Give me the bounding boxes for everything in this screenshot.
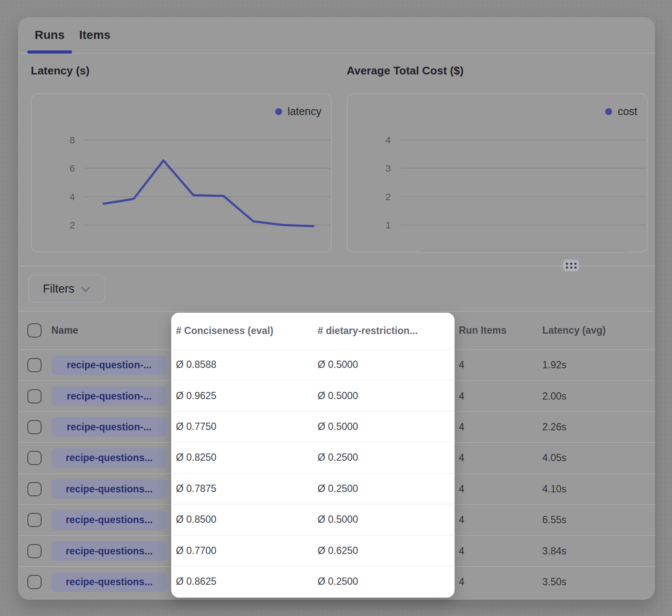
spotlight-row: Ø 0.8500 Ø 0.5000 <box>171 504 455 535</box>
run-name-pill[interactable]: recipe-questions... <box>51 479 167 499</box>
conciseness-cell: Ø 0.9625 <box>171 390 313 402</box>
row-checkbox[interactable] <box>27 482 42 496</box>
active-tab-indicator <box>27 50 72 53</box>
row-checkbox[interactable] <box>27 420 42 434</box>
conciseness-cell: Ø 0.7875 <box>171 483 313 495</box>
latency-cell: 3.84s <box>538 545 655 557</box>
spotlight-row: Ø 0.7750 Ø 0.5000 <box>171 412 455 442</box>
spotlight-row: Ø 0.7875 Ø 0.2500 <box>171 474 455 504</box>
conciseness-cell: Ø 0.8625 <box>171 576 313 587</box>
header-run-items: Run Items <box>455 325 538 336</box>
filters-button[interactable]: Filters <box>28 275 105 303</box>
row-checkbox[interactable] <box>27 451 42 465</box>
resize-handle[interactable] <box>563 260 579 271</box>
run-name-pill[interactable]: recipe-questions... <box>51 541 167 561</box>
conciseness-cell: Ø 0.8500 <box>171 514 313 525</box>
tab-items-label: Items <box>79 28 110 42</box>
svg-text:4: 4 <box>386 135 391 145</box>
latency-legend: latency <box>275 105 321 118</box>
dietary-cell: Ø 0.2500 <box>313 452 455 463</box>
svg-text:2: 2 <box>70 220 75 231</box>
section-divider <box>18 266 655 266</box>
latency-cell: 2.00s <box>538 391 655 402</box>
latency-chart: 8642 latency <box>31 93 332 252</box>
row-checkbox[interactable] <box>27 389 42 403</box>
header-dietary-restriction: # dietary-restriction... <box>313 325 455 337</box>
run-name-pill[interactable]: recipe-questions... <box>51 572 167 592</box>
spotlight-row: Ø 0.7700 Ø 0.6250 <box>171 535 455 566</box>
svg-text:4: 4 <box>70 192 75 202</box>
dietary-cell: Ø 0.5000 <box>313 390 455 402</box>
latency-cell: 1.92s <box>538 359 655 371</box>
spotlight-row: Ø 0.8250 Ø 0.2500 <box>171 442 455 473</box>
header-name: Name <box>51 325 171 336</box>
run-items-cell: 4 <box>455 483 538 495</box>
svg-text:2: 2 <box>386 192 391 202</box>
dietary-cell: Ø 0.5000 <box>313 421 455 432</box>
latency-legend-label: latency <box>288 105 321 118</box>
run-items-cell: 4 <box>455 514 538 526</box>
dietary-cell: Ø 0.2500 <box>313 576 455 587</box>
spotlight-body: Ø 0.8588 Ø 0.5000 Ø 0.9625 Ø 0.5000 Ø 0.… <box>171 349 455 597</box>
run-name-pill[interactable]: recipe-questions... <box>51 448 167 468</box>
cost-chart-title: Average Total Cost ($) <box>347 64 648 77</box>
spotlight-row: Ø 0.8625 Ø 0.2500 <box>171 566 455 597</box>
svg-text:8: 8 <box>70 135 75 145</box>
dietary-cell: Ø 0.2500 <box>313 483 455 495</box>
cost-chart-svg: 4321 <box>348 94 648 252</box>
conciseness-cell: Ø 0.7750 <box>171 421 313 432</box>
header-conciseness: # Conciseness (eval) <box>171 325 313 337</box>
row-checkbox[interactable] <box>27 544 42 558</box>
tab-runs[interactable]: Runs <box>27 17 72 53</box>
run-items-cell: 4 <box>455 576 538 588</box>
highlighted-columns-overlay: # Conciseness (eval) # dietary-restricti… <box>171 313 455 598</box>
cost-legend-label: cost <box>618 105 637 118</box>
select-all-checkbox[interactable] <box>27 323 42 338</box>
conciseness-cell: Ø 0.8250 <box>171 452 313 463</box>
filters-button-label: Filters <box>43 282 74 296</box>
cost-legend-dot-icon <box>605 108 612 115</box>
row-checkbox[interactable] <box>27 513 42 527</box>
tab-bar: Runs Items <box>18 17 655 53</box>
run-name-pill[interactable]: recipe-question-... <box>51 386 167 406</box>
cost-chart-block: Average Total Cost ($) 4321 cost <box>347 64 648 252</box>
latency-legend-dot-icon <box>275 108 282 115</box>
latency-chart-svg: 8642 <box>32 94 332 252</box>
run-items-cell: 4 <box>455 359 538 371</box>
svg-text:1: 1 <box>386 220 391 231</box>
tab-items[interactable]: Items <box>72 17 118 53</box>
latency-cell: 4.05s <box>538 452 655 464</box>
header-latency: Latency (avg) <box>538 325 655 336</box>
row-checkbox[interactable] <box>27 575 42 589</box>
cost-legend: cost <box>605 105 637 118</box>
charts-section: Latency (s) 8642 latency Average Total C… <box>18 53 655 266</box>
run-items-cell: 4 <box>455 391 538 402</box>
svg-text:6: 6 <box>70 163 75 174</box>
row-checkbox[interactable] <box>27 358 42 372</box>
conciseness-cell: Ø 0.7700 <box>171 545 313 557</box>
dietary-cell: Ø 0.6250 <box>313 545 455 557</box>
dietary-cell: Ø 0.5000 <box>313 514 455 525</box>
dietary-cell: Ø 0.5000 <box>313 359 455 370</box>
spotlight-row: Ø 0.8588 Ø 0.5000 <box>171 349 455 380</box>
latency-cell: 3.50s <box>538 576 655 588</box>
run-name-pill[interactable]: recipe-question-... <box>51 355 167 375</box>
run-items-cell: 4 <box>455 421 538 433</box>
run-items-cell: 4 <box>455 545 538 557</box>
latency-cell: 6.55s <box>538 514 655 526</box>
latency-chart-title: Latency (s) <box>31 64 332 77</box>
runs-panel-card: Runs Items Latency (s) 8642 latency Ave <box>18 17 655 600</box>
run-name-pill[interactable]: recipe-question-... <box>51 417 167 437</box>
spotlight-row: Ø 0.9625 Ø 0.5000 <box>171 380 455 411</box>
conciseness-cell: Ø 0.8588 <box>171 359 313 370</box>
page-background: Runs Items Latency (s) 8642 latency Ave <box>0 0 672 616</box>
tab-runs-label: Runs <box>35 28 65 42</box>
latency-chart-block: Latency (s) 8642 latency <box>31 64 332 252</box>
latency-cell: 2.26s <box>538 421 655 433</box>
run-name-pill[interactable]: recipe-questions... <box>51 510 167 530</box>
run-items-cell: 4 <box>455 452 538 464</box>
latency-cell: 4.10s <box>538 483 655 495</box>
cost-chart: 4321 cost <box>347 93 648 252</box>
chevron-down-icon <box>80 286 91 293</box>
spotlight-header-row: # Conciseness (eval) # dietary-restricti… <box>171 313 455 349</box>
